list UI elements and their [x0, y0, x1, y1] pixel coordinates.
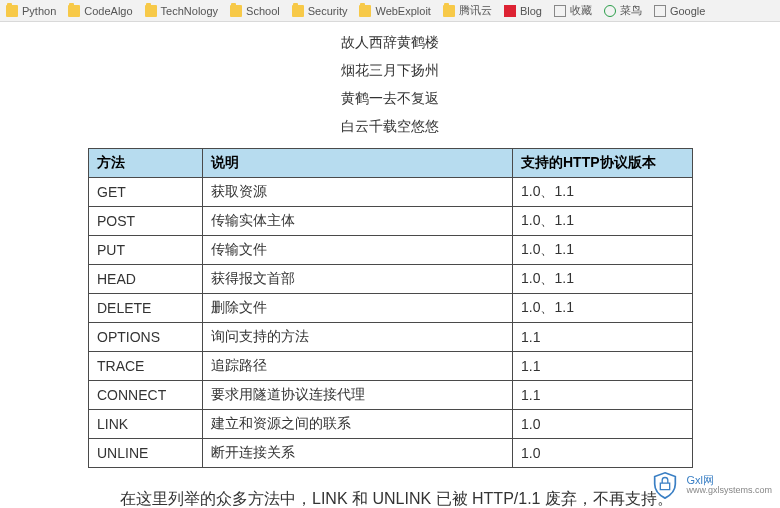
- cell-version: 1.0、1.1: [513, 207, 693, 236]
- bookmark-technology[interactable]: TechNology: [145, 5, 218, 17]
- bookmark-label: Python: [22, 5, 56, 17]
- bookmark-label: 菜鸟: [620, 3, 642, 18]
- table-row: PUT传输文件1.0、1.1: [89, 236, 693, 265]
- bookmark-label: WebExploit: [375, 5, 430, 17]
- cell-version: 1.0、1.1: [513, 236, 693, 265]
- cell-method: OPTIONS: [89, 323, 203, 352]
- cell-version: 1.1: [513, 352, 693, 381]
- bookmark-security[interactable]: Security: [292, 5, 348, 17]
- poem-block: 故人西辞黄鹤楼 烟花三月下扬州 黄鹤一去不复返 白云千载空悠悠: [0, 28, 780, 140]
- cell-method: CONNECT: [89, 381, 203, 410]
- bookmark-label: Google: [670, 5, 705, 17]
- cell-desc: 断开连接关系: [203, 439, 513, 468]
- table-row: UNLINE断开连接关系1.0: [89, 439, 693, 468]
- cell-desc: 传输文件: [203, 236, 513, 265]
- bookmark-favorites[interactable]: 收藏: [554, 3, 592, 18]
- cell-version: 1.0: [513, 410, 693, 439]
- brand-url: www.gxlsystems.com: [686, 486, 772, 496]
- cell-version: 1.0: [513, 439, 693, 468]
- bookmark-school[interactable]: School: [230, 5, 280, 17]
- col-desc: 说明: [203, 149, 513, 178]
- cell-method: TRACE: [89, 352, 203, 381]
- http-methods-table: 方法 说明 支持的HTTP协议版本 GET获取资源1.0、1.1POST传输实体…: [88, 148, 693, 468]
- cell-desc: 传输实体主体: [203, 207, 513, 236]
- article-content: 故人西辞黄鹤楼 烟花三月下扬州 黄鹤一去不复返 白云千载空悠悠 方法 说明 支持…: [0, 22, 780, 508]
- folder-icon: [292, 5, 304, 17]
- bookmark-tencent[interactable]: 腾讯云: [443, 3, 492, 18]
- table-row: HEAD获得报文首部1.0、1.1: [89, 265, 693, 294]
- table-row: OPTIONS询问支持的方法1.1: [89, 323, 693, 352]
- cell-desc: 获取资源: [203, 178, 513, 207]
- bookmark-label: Blog: [520, 5, 542, 17]
- cell-method: DELETE: [89, 294, 203, 323]
- folder-icon: [230, 5, 242, 17]
- bookmark-label: School: [246, 5, 280, 17]
- poem-line: 烟花三月下扬州: [0, 56, 780, 84]
- bookmark-blog[interactable]: Blog: [504, 5, 542, 17]
- bookmark-label: Security: [308, 5, 348, 17]
- outline-icon: [554, 5, 566, 17]
- poem-line: 黄鹤一去不复返: [0, 84, 780, 112]
- cell-desc: 建立和资源之间的联系: [203, 410, 513, 439]
- cell-desc: 要求用隧道协议连接代理: [203, 381, 513, 410]
- table-row: DELETE删除文件1.0、1.1: [89, 294, 693, 323]
- table-row: POST传输实体主体1.0、1.1: [89, 207, 693, 236]
- folder-icon: [6, 5, 18, 17]
- bookmark-label: 腾讯云: [459, 3, 492, 18]
- cell-version: 1.0、1.1: [513, 265, 693, 294]
- folder-icon: [68, 5, 80, 17]
- cell-version: 1.1: [513, 381, 693, 410]
- col-method: 方法: [89, 149, 203, 178]
- bookmarks-bar: PythonCodeAlgoTechNologySchoolSecurityWe…: [0, 0, 780, 22]
- cell-method: UNLINE: [89, 439, 203, 468]
- cell-method: GET: [89, 178, 203, 207]
- table-row: GET获取资源1.0、1.1: [89, 178, 693, 207]
- shield-icon: [650, 470, 680, 500]
- folder-icon: [443, 5, 455, 17]
- cell-version: 1.0、1.1: [513, 294, 693, 323]
- bookmark-python[interactable]: Python: [6, 5, 56, 17]
- table-row: CONNECT要求用隧道协议连接代理1.1: [89, 381, 693, 410]
- bookmark-label: CodeAlgo: [84, 5, 132, 17]
- cell-desc: 追踪路径: [203, 352, 513, 381]
- outline-icon: [654, 5, 666, 17]
- bookmark-webexploit[interactable]: WebExploit: [359, 5, 430, 17]
- poem-line: 故人西辞黄鹤楼: [0, 28, 780, 56]
- cell-method: POST: [89, 207, 203, 236]
- cell-method: LINK: [89, 410, 203, 439]
- cell-method: HEAD: [89, 265, 203, 294]
- folder-icon: [359, 5, 371, 17]
- bookmark-codealgo[interactable]: CodeAlgo: [68, 5, 132, 17]
- cell-desc: 询问支持的方法: [203, 323, 513, 352]
- folder-icon: [145, 5, 157, 17]
- bookmark-label: TechNology: [161, 5, 218, 17]
- cell-desc: 删除文件: [203, 294, 513, 323]
- table-row: LINK建立和资源之间的联系1.0: [89, 410, 693, 439]
- green-icon: [604, 5, 616, 17]
- table-header-row: 方法 说明 支持的HTTP协议版本: [89, 149, 693, 178]
- bookmark-google[interactable]: Google: [654, 5, 705, 17]
- watermark-brand: Gxl网 www.gxlsystems.com: [650, 470, 772, 500]
- cell-version: 1.1: [513, 323, 693, 352]
- red-icon: [504, 5, 516, 17]
- col-version: 支持的HTTP协议版本: [513, 149, 693, 178]
- bookmark-caoniao[interactable]: 菜鸟: [604, 3, 642, 18]
- cell-method: PUT: [89, 236, 203, 265]
- bookmark-label: 收藏: [570, 3, 592, 18]
- note-paragraph: 在这里列举的众多方法中，LINK 和 UNLINK 已被 HTTP/1.1 废弃…: [88, 484, 692, 508]
- table-row: TRACE追踪路径1.1: [89, 352, 693, 381]
- cell-version: 1.0、1.1: [513, 178, 693, 207]
- poem-line: 白云千载空悠悠: [0, 112, 780, 140]
- cell-desc: 获得报文首部: [203, 265, 513, 294]
